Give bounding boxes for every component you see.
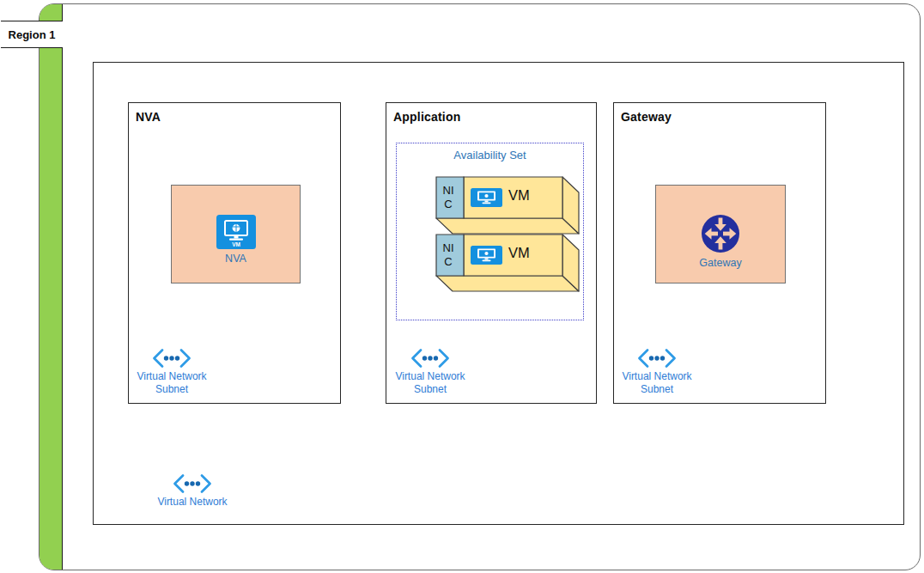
nva-subnet-caption: Virtual Network Subnet xyxy=(129,348,215,395)
nva-resource-label: NVA xyxy=(225,253,246,265)
vm-icon xyxy=(471,246,502,265)
nva-resource-card: VM NVA xyxy=(171,185,301,283)
gateway-subnet-caption: Virtual Network Subnet xyxy=(614,348,700,395)
availability-set: Availability Set NIC xyxy=(396,143,584,320)
caption-line: Subnet xyxy=(641,383,673,396)
application-subnet-caption: Virtual Network Subnet xyxy=(387,348,473,395)
main-boundary: NVA VM NVA xyxy=(93,62,904,525)
subnet-title-gateway: Gateway xyxy=(621,110,672,124)
virtual-network-icon xyxy=(173,473,212,494)
gateway-resource-label: Gateway xyxy=(699,257,741,269)
virtual-network-label: Virtual Network xyxy=(157,496,227,509)
virtual-network-group: Virtual Network xyxy=(149,473,235,509)
region-accent-bar xyxy=(40,4,63,570)
vm-shape: NIC VM xyxy=(435,175,581,235)
vm-label: VM xyxy=(508,187,530,204)
vm-icon xyxy=(471,188,502,207)
gateway-icon xyxy=(701,214,740,253)
caption-line: Subnet xyxy=(414,383,447,396)
caption-line: Virtual Network xyxy=(137,370,206,383)
caption-line: Virtual Network xyxy=(622,370,691,383)
svg-text:VM: VM xyxy=(232,241,240,247)
caption-line: Virtual Network xyxy=(395,370,465,383)
caption-line: Subnet xyxy=(155,383,188,396)
nic-label: NIC xyxy=(440,241,457,268)
region-label: Region 1 xyxy=(1,21,63,48)
availability-set-label: Availability Set xyxy=(397,149,583,162)
virtual-network-subnet-icon xyxy=(152,348,191,369)
subnet-title-nva: NVA xyxy=(136,110,161,124)
nic-label: NIC xyxy=(440,184,457,210)
virtual-network-subnet-icon xyxy=(410,348,450,369)
vm-label: VM xyxy=(508,245,530,261)
subnet-box-application: Application Availability Set NIC xyxy=(386,102,597,404)
subnet-box-nva: NVA VM NVA xyxy=(128,102,341,404)
gateway-resource-card: Gateway xyxy=(655,185,786,283)
vm-shape: NIC VM xyxy=(435,233,581,293)
subnet-title-application: Application xyxy=(393,110,460,124)
vm-icon: VM xyxy=(216,215,256,249)
region-container: Region 1 NVA VM NVA xyxy=(39,3,921,570)
subnet-box-gateway: Gateway Gateway xyxy=(613,102,826,404)
virtual-network-subnet-icon xyxy=(637,348,677,369)
